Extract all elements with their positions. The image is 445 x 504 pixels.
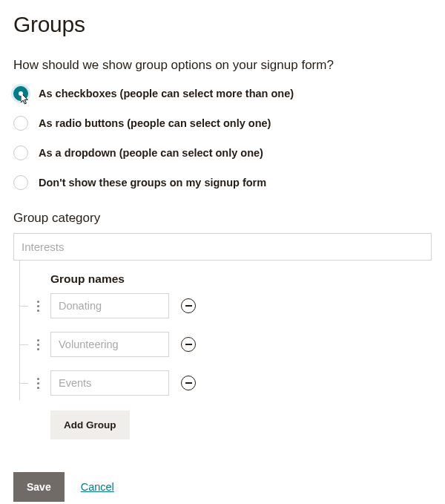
footer: Save Cancel (13, 472, 432, 502)
group-name-input[interactable] (50, 293, 169, 318)
page-title: Groups (13, 12, 432, 37)
group-name-input[interactable] (50, 370, 169, 396)
option-radio-buttons[interactable]: As radio buttons (people can select only… (13, 116, 432, 131)
drag-handle-icon[interactable] (33, 301, 43, 312)
remove-group-button[interactable] (181, 337, 196, 352)
cancel-link[interactable]: Cancel (81, 481, 114, 493)
group-row (19, 293, 432, 318)
add-group-button[interactable]: Add Group (50, 410, 130, 439)
radio-icon (13, 145, 28, 160)
radio-icon (13, 86, 28, 101)
option-label: As checkboxes (people can select more th… (39, 88, 294, 99)
drag-handle-icon[interactable] (33, 339, 43, 350)
option-hide[interactable]: Don't show these groups on my signup for… (13, 175, 432, 190)
group-name-input[interactable] (50, 332, 169, 357)
option-label: As a dropdown (people can select only on… (39, 147, 263, 159)
minus-icon (185, 382, 192, 384)
minus-icon (185, 344, 192, 345)
tree-branch (19, 344, 28, 345)
remove-group-button[interactable] (181, 298, 196, 313)
display-options-group: As checkboxes (people can select more th… (13, 86, 432, 190)
tree-branch (19, 306, 28, 307)
option-checkboxes[interactable]: As checkboxes (people can select more th… (13, 86, 432, 101)
group-row (19, 370, 432, 396)
category-input[interactable] (13, 233, 432, 261)
option-label: Don't show these groups on my signup for… (39, 177, 266, 189)
group-names-label: Group names (50, 272, 432, 286)
drag-handle-icon[interactable] (33, 378, 43, 389)
tree-branch (19, 383, 28, 384)
cursor-icon (21, 93, 33, 106)
category-label: Group category (13, 211, 432, 226)
save-button[interactable]: Save (13, 472, 65, 502)
radio-icon (13, 175, 28, 190)
remove-group-button[interactable] (181, 376, 196, 390)
group-row (19, 332, 432, 357)
radio-icon (13, 116, 28, 131)
option-label: As radio buttons (people can select only… (39, 117, 271, 129)
option-dropdown[interactable]: As a dropdown (people can select only on… (13, 145, 432, 160)
display-question: How should we show group options on your… (13, 58, 432, 73)
minus-icon (185, 305, 192, 307)
